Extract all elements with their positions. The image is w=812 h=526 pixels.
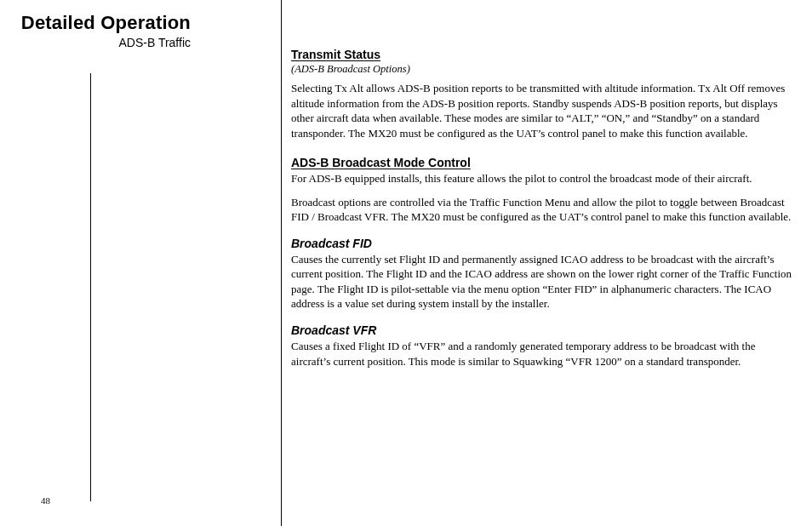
para-broadcast-fid: Causes the currently set Flight ID and p…	[291, 252, 793, 312]
section-title: Detailed Operation	[21, 12, 191, 34]
heading-transmit-status: Transmit Status	[291, 48, 793, 61]
para-broadcast-mode-2: Broadcast options are controlled via the…	[291, 195, 793, 225]
heading-broadcast-mode-control: ADS-B Broadcast Mode Control	[291, 156, 793, 169]
page: Detailed Operation ADS-B Traffic 48 Tran…	[0, 0, 812, 526]
main-column: Transmit Status (ADS-B Broadcast Options…	[281, 0, 800, 526]
section-subtitle: ADS-B Traffic	[118, 36, 191, 49]
note-transmit-status: (ADS-B Broadcast Options)	[291, 63, 793, 76]
para-transmit-status: Selecting Tx Alt allows ADS-B position r…	[291, 81, 793, 140]
sidebar: Detailed Operation ADS-B Traffic	[0, 0, 281, 526]
heading-broadcast-vfr: Broadcast VFR	[291, 323, 793, 337]
main-rule	[281, 0, 282, 526]
page-number: 48	[41, 495, 50, 506]
para-broadcast-vfr: Causes a fixed Flight ID of “VFR” and a …	[291, 339, 793, 369]
sidebar-rule	[90, 73, 91, 501]
content: Transmit Status (ADS-B Broadcast Options…	[291, 48, 793, 377]
para-broadcast-mode-1: For ADS-B equipped installs, this featur…	[291, 171, 793, 186]
heading-broadcast-fid: Broadcast FID	[291, 237, 793, 250]
